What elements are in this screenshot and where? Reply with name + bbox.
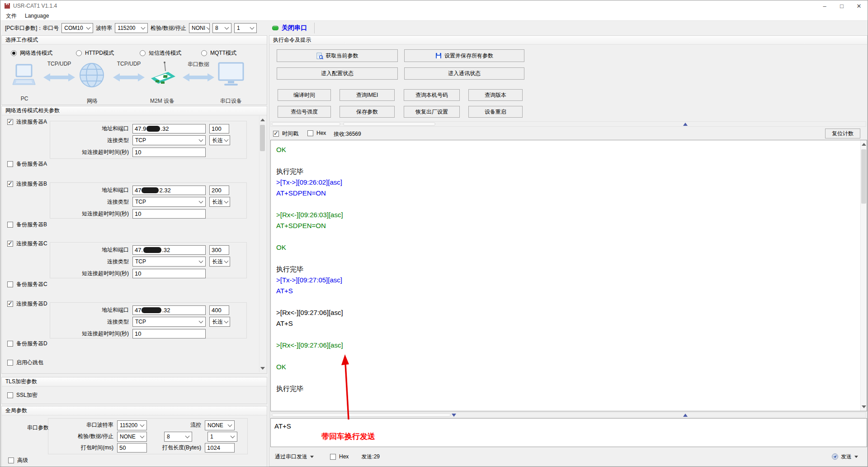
splitter-thumb[interactable]: [343, 122, 435, 126]
server-d-backup-checkbox[interactable]: 备份服务器D: [7, 340, 47, 348]
radio-httpd[interactable]: HTTPD模式: [76, 49, 114, 57]
checkbox-icon: [273, 131, 279, 137]
server-c-keep-select[interactable]: 长连: [209, 257, 230, 267]
server-c-backup-checkbox[interactable]: 备份服务器C: [7, 281, 47, 288]
net-params-title: 网络透传模式相关参数: [2, 106, 267, 115]
server-d-keep-select[interactable]: 长连: [209, 317, 230, 327]
server-b-keep-select[interactable]: 长连: [209, 197, 230, 207]
server-a-timeout-input[interactable]: 10: [132, 148, 206, 157]
timestamp-checkbox[interactable]: 时间戳: [273, 130, 298, 138]
splitter-arrow-up-icon[interactable]: [683, 123, 688, 126]
stopbits-select[interactable]: 1: [234, 23, 257, 33]
serial-databits-select[interactable]: 8: [164, 432, 192, 442]
device-restart-button[interactable]: 设备重启: [468, 106, 523, 118]
server-d-timeout-input[interactable]: 10: [132, 329, 206, 338]
timeout-label: 短连接超时时间(秒): [53, 210, 129, 218]
reset-counter-button[interactable]: 复位计数: [825, 129, 860, 138]
scroll-down-icon[interactable]: [260, 367, 265, 370]
radio-sms-passthrough[interactable]: 短信透传模式: [140, 49, 181, 57]
scrollbar-thumb[interactable]: [861, 149, 866, 204]
pack-time-input[interactable]: 50: [117, 443, 147, 453]
server-a-port-input[interactable]: 100: [209, 124, 229, 133]
log-area[interactable]: OK 执行完毕>[Tx->][09:26:02][asc]AT+SDPEN=ON…: [270, 140, 867, 411]
radio-icon: [76, 50, 82, 56]
server-c-type-select[interactable]: TCP: [132, 257, 206, 267]
server-d-port-input[interactable]: 400: [209, 305, 229, 315]
params-scrollbar[interactable]: [259, 116, 265, 372]
server-c-timeout-input[interactable]: 10: [132, 269, 206, 278]
scroll-down-icon[interactable]: [862, 405, 866, 408]
radio-mqtt[interactable]: MQTT模式: [201, 49, 236, 57]
log-scrollbar[interactable]: [860, 140, 867, 411]
databits-select[interactable]: 8: [212, 23, 231, 33]
server-a-keep-select[interactable]: 长连: [209, 135, 230, 145]
server-c-connect-checkbox[interactable]: 连接服务器C: [7, 240, 47, 248]
baud-select[interactable]: 115200: [115, 23, 148, 33]
splitter-arrow-down-icon[interactable]: [452, 414, 456, 417]
send-via-serial-select[interactable]: 通过串口发送: [275, 453, 314, 461]
heartbeat-checkbox[interactable]: 启用心跳包: [7, 359, 43, 367]
send-input-area[interactable]: AT+S 带回车换行发送: [270, 418, 867, 447]
splitter-thumb[interactable]: [272, 413, 451, 417]
advanced-checkbox[interactable]: 高级: [8, 457, 28, 464]
menu-language[interactable]: Language: [25, 13, 49, 19]
splitter-thumb[interactable]: [272, 122, 340, 126]
minimize-button[interactable]: –: [816, 0, 833, 11]
server-a-backup-checkbox[interactable]: 备份服务器A: [7, 160, 47, 168]
server-b-port-input[interactable]: 200: [209, 186, 229, 195]
query-version-button[interactable]: 查询版本: [468, 89, 523, 101]
compile-time-button[interactable]: 编译时间: [278, 89, 331, 101]
radio-net-passthrough[interactable]: 网络透传模式: [11, 49, 52, 57]
server-b-backup-checkbox[interactable]: 备份服务器B: [7, 221, 47, 229]
maximize-button[interactable]: □: [833, 0, 850, 11]
arrow-icon: [183, 72, 214, 84]
chevron-down-icon: [86, 25, 91, 30]
scrollbar-thumb[interactable]: [260, 125, 265, 151]
ssl-checkbox[interactable]: SSL加密: [7, 391, 38, 399]
scroll-up-icon[interactable]: [260, 119, 265, 121]
log-top-splitter[interactable]: [270, 121, 866, 127]
send-button[interactable]: 发送: [832, 453, 858, 461]
enter-config-button[interactable]: 进入配置状态: [277, 67, 398, 80]
server-a-type-select[interactable]: TCP: [132, 135, 206, 145]
menu-file[interactable]: 文件: [6, 12, 17, 20]
server-a-connect-checkbox[interactable]: 连接服务器A: [7, 118, 47, 126]
query-signal-button[interactable]: 查信号强度: [278, 106, 331, 118]
server-d-type-select[interactable]: TCP: [132, 317, 206, 327]
scroll-up-icon[interactable]: [862, 143, 866, 146]
server-b-connect-checkbox[interactable]: 连接服务器B: [7, 180, 47, 188]
send-hex-checkbox[interactable]: Hex: [330, 453, 349, 460]
server-a-address-input[interactable]: 47.9.32: [132, 124, 206, 133]
server-b-address-input[interactable]: 472.32: [132, 186, 206, 195]
server-d-address-input[interactable]: 47.32: [132, 305, 206, 315]
query-imei-button[interactable]: 查询IMEI: [340, 89, 395, 101]
server-b-type-select[interactable]: TCP: [132, 197, 206, 207]
send-input-text: AT+S: [274, 422, 291, 430]
save-params-button[interactable]: 保存参数: [340, 106, 395, 118]
server-c-port-input[interactable]: 300: [209, 245, 229, 255]
com-port-select[interactable]: COM10: [61, 23, 93, 33]
factory-reset-button[interactable]: 恢复出厂设置: [404, 106, 460, 118]
server-c-address-input[interactable]: 47..32: [132, 245, 206, 255]
close-serial-button[interactable]: 关闭串口: [272, 24, 307, 32]
close-button[interactable]: ✕: [850, 0, 868, 11]
serial-parity-select[interactable]: NONE: [117, 432, 147, 442]
parity-select[interactable]: NONI: [189, 23, 210, 33]
enter-comm-button[interactable]: 进入通讯状态: [404, 67, 524, 80]
log-hex-checkbox[interactable]: Hex: [307, 130, 326, 136]
log-bottom-splitter[interactable]: [270, 412, 866, 418]
log-line: 执行完毕: [276, 166, 861, 177]
splitter-arrow-up-icon[interactable]: [683, 414, 688, 417]
server-b-timeout-input[interactable]: 10: [132, 209, 206, 219]
serial-baud-select[interactable]: 115200: [117, 420, 147, 430]
chevron-down-icon: [224, 319, 229, 324]
query-phone-number-button[interactable]: 查询本机号码: [404, 89, 460, 101]
serial-stopbits-select[interactable]: 1: [208, 432, 237, 442]
server-c-fields: 地址和端口 47..32 300 连接类型 TCP 长连 短连接超时时间(秒) …: [50, 242, 247, 278]
chevron-down-icon: [140, 422, 145, 427]
server-d-connect-checkbox[interactable]: 连接服务器D: [7, 300, 47, 308]
flow-select[interactable]: NONE: [205, 420, 235, 430]
set-save-params-button[interactable]: 设置并保存所有参数: [404, 49, 524, 62]
pack-len-input[interactable]: 1024: [205, 443, 235, 453]
get-params-button[interactable]: 获取当前参数: [277, 49, 398, 62]
